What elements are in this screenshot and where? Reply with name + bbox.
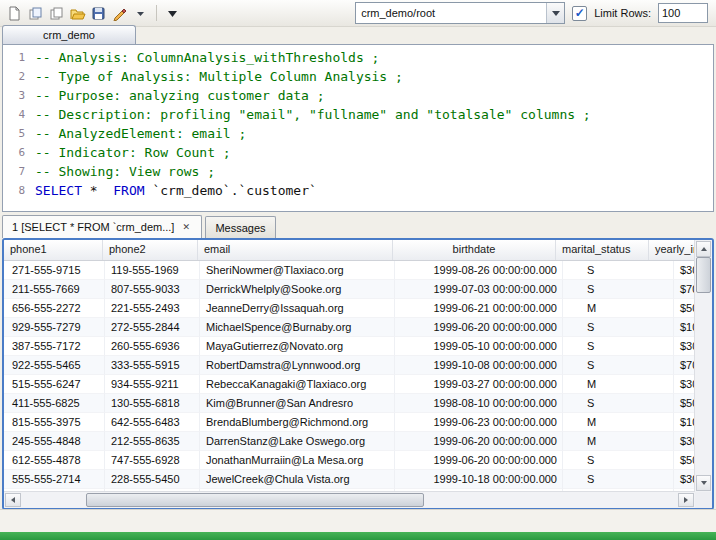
copy-icon[interactable]: [47, 4, 66, 23]
table-cell: $10K - $30K: [674, 318, 695, 337]
limit-rows-checkbox[interactable]: ✓: [572, 6, 587, 21]
code-line: -- Analysis: ColumnAnalysis_withThreshol…: [35, 48, 713, 67]
table-cell: Kim@Brunner@San Andresro: [200, 394, 395, 413]
table-row[interactable]: 929-555-7279272-555-2844MichaelSpence@Bu…: [4, 318, 695, 337]
table-row[interactable]: 815-555-3975642-555-6483BrendaBlumberg@R…: [4, 413, 695, 432]
table-cell: 1999-05-10 00:00:00.000: [395, 337, 563, 356]
table-cell: JonathanMurraiin@La Mesa.org: [200, 451, 395, 470]
status-bar: Query executed in 10 ms. Number of rows …: [0, 509, 716, 532]
toolbar: crm_demo/root ✓ Limit Rows:: [0, 0, 716, 27]
table-cell: 271-555-9715: [4, 261, 105, 280]
horizontal-scrollbar[interactable]: [4, 491, 695, 508]
line-number: 4: [3, 105, 25, 124]
table-cell: 272-555-2844: [105, 318, 200, 337]
scroll-right-icon[interactable]: [678, 493, 694, 507]
scroll-left-icon[interactable]: [5, 493, 21, 507]
code-line: -- Purpose: analyzing customer data ;: [35, 86, 713, 105]
table-cell: RobertDamstra@Lynnwood.org: [200, 356, 395, 375]
toolbar-icons: [5, 4, 182, 23]
table-cell: 333-555-5915: [105, 356, 200, 375]
table-cell: 130-555-6818: [105, 394, 200, 413]
table-cell: 747-555-6928: [105, 451, 200, 470]
table-row[interactable]: 387-555-7172260-555-6936MayaGutierrez@No…: [4, 337, 695, 356]
scroll-down-icon[interactable]: [696, 475, 711, 491]
table-cell: S: [563, 318, 674, 337]
table-cell: $30K - $50K: [674, 432, 695, 451]
table-cell: 555-555-2714: [4, 470, 105, 489]
new-file-icon[interactable]: [5, 4, 24, 23]
table-cell: S: [563, 337, 674, 356]
open-folder-icon[interactable]: [68, 4, 87, 23]
table-cell: S: [563, 261, 674, 280]
table-row[interactable]: 555-555-2714228-555-5450JewelCreek@Chula…: [4, 470, 695, 489]
table-cell: BrendaBlumberg@Richmond.org: [200, 413, 395, 432]
table-cell: $50K - $70K: [674, 394, 695, 413]
table-row[interactable]: 271-555-9715119-555-1969SheriNowmer@Tlax…: [4, 261, 695, 280]
table-cell: MayaGutierrez@Novato.org: [200, 337, 395, 356]
column-header-phone2[interactable]: phone2: [103, 240, 198, 260]
line-number: 6: [3, 143, 25, 162]
limit-rows-label: Limit Rows:: [594, 7, 651, 19]
sql-editor-window: crm_demo/root ✓ Limit Rows: crm_demo 123…: [0, 0, 716, 540]
table-row[interactable]: 515-555-6247934-555-9211RebeccaKanagaki@…: [4, 375, 695, 394]
vertical-scrollbar[interactable]: [694, 240, 712, 492]
table-cell: 1999-08-26 00:00:00.000: [395, 261, 563, 280]
vertical-scroll-thumb[interactable]: [696, 257, 711, 293]
table-cell: 934-555-9211: [105, 375, 200, 394]
table-row[interactable]: 656-555-2272221-555-2493JeanneDerry@Issa…: [4, 299, 695, 318]
run-dropdown-icon[interactable]: [163, 4, 182, 23]
editor-code[interactable]: -- Analysis: ColumnAnalysis_withThreshol…: [29, 45, 713, 211]
table-cell: 515-555-6247: [4, 375, 105, 394]
table-row[interactable]: 211-555-7669807-555-9033DerrickWhelply@S…: [4, 280, 695, 299]
table-cell: 260-555-6936: [105, 337, 200, 356]
line-number: 3: [3, 86, 25, 105]
table-row[interactable]: 245-555-4848212-555-8635DarrenStanz@Lake…: [4, 432, 695, 451]
results-tab-messages[interactable]: Messages: [205, 216, 275, 238]
table-cell: 1999-10-18 00:00:00.000: [395, 470, 563, 489]
table-row[interactable]: 922-555-5465333-555-5915RobertDamstra@Ly…: [4, 356, 695, 375]
connection-combo[interactable]: crm_demo/root: [355, 2, 565, 24]
sql-editor[interactable]: 12345678 -- Analysis: ColumnAnalysis_wit…: [2, 44, 714, 212]
table-cell: 387-555-7172: [4, 337, 105, 356]
table-cell: S: [563, 451, 674, 470]
table-cell: S: [563, 470, 674, 489]
editor-tab-label: crm_demo: [43, 29, 95, 41]
results-tab-query1[interactable]: 1 [SELECT * FROM `crm_dem...] ✕: [2, 215, 202, 238]
table-row[interactable]: 411-555-6825130-555-6818Kim@Brunner@San …: [4, 394, 695, 413]
limit-rows-input[interactable]: [658, 3, 708, 23]
code-line: -- Showing: View rows ;: [35, 162, 713, 181]
column-header-email[interactable]: email: [198, 240, 393, 260]
editor-tab-crm-demo[interactable]: crm_demo: [2, 25, 136, 44]
table-cell: 1999-06-23 00:00:00.000: [395, 413, 563, 432]
toolbar-separator: [156, 5, 157, 21]
line-number: 5: [3, 124, 25, 143]
table-cell: $30K - $50K: [674, 470, 695, 489]
column-header-birthdate[interactable]: birthdate: [393, 240, 556, 260]
results-table-body: 271-555-9715119-555-1969SheriNowmer@Tlax…: [4, 261, 695, 492]
column-header-phone1[interactable]: phone1: [4, 240, 103, 260]
horizontal-scroll-thumb[interactable]: [86, 493, 424, 507]
duplicate-icon[interactable]: [26, 4, 45, 23]
table-cell: S: [563, 356, 674, 375]
save-icon[interactable]: [89, 4, 108, 23]
table-cell: $10K - $30K: [674, 413, 695, 432]
column-header-yearly_income[interactable]: yearly_income: [649, 240, 695, 260]
close-icon[interactable]: ✕: [180, 221, 192, 233]
scroll-up-icon[interactable]: [696, 241, 711, 257]
table-cell: M: [563, 432, 674, 451]
table-cell: 1999-03-27 00:00:00.000: [395, 375, 563, 394]
table-cell: M: [563, 375, 674, 394]
line-number: 8: [3, 181, 25, 200]
column-header-marital_status[interactable]: marital_status: [556, 240, 649, 260]
toolbar-right: crm_demo/root ✓ Limit Rows:: [355, 2, 708, 24]
table-cell: 1999-06-20 00:00:00.000: [395, 451, 563, 470]
dropdown-caret-icon[interactable]: [131, 4, 150, 23]
table-row[interactable]: 612-555-4878747-555-6928JonathanMurraiin…: [4, 451, 695, 470]
code-line: -- Type of Analysis: Multiple Column Ana…: [35, 67, 713, 86]
table-cell: 922-555-5465: [4, 356, 105, 375]
table-cell: S: [563, 280, 674, 299]
table-cell: 211-555-7669: [4, 280, 105, 299]
connection-combo-dropdown[interactable]: [546, 3, 564, 23]
table-cell: $30K - $50K: [674, 337, 695, 356]
edit-icon[interactable]: [110, 4, 129, 23]
